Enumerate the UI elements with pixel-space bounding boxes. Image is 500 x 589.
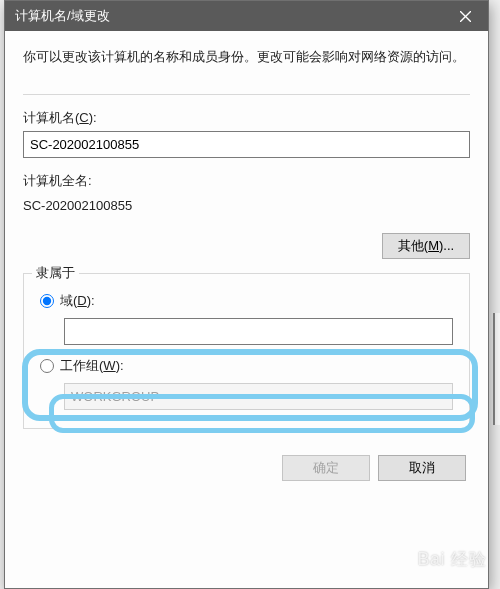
- full-computer-name-value: SC-202002100855: [23, 198, 470, 213]
- domain-radio[interactable]: [40, 294, 54, 308]
- domain-input[interactable]: [64, 318, 453, 345]
- cancel-button[interactable]: 取消: [378, 455, 466, 481]
- domain-label: 域(D):: [60, 292, 95, 310]
- workgroup-radio[interactable]: [40, 359, 54, 373]
- dialog-window: 计算机名/域更改 你可以更改该计算机的名称和成员身份。更改可能会影响对网络资源的…: [4, 0, 489, 589]
- close-button[interactable]: [443, 1, 488, 31]
- computer-name-label: 计算机名(C):: [23, 109, 470, 127]
- background-strip: [493, 313, 500, 425]
- workgroup-label: 工作组(W):: [60, 357, 124, 375]
- description-text: 你可以更改该计算机的名称和成员身份。更改可能会影响对网络资源的访问。: [23, 47, 470, 68]
- full-computer-name-label: 计算机全名:: [23, 172, 470, 190]
- other-button[interactable]: 其他(M)...: [382, 233, 470, 259]
- titlebar: 计算机名/域更改: [5, 1, 488, 31]
- dialog-content: 你可以更改该计算机的名称和成员身份。更改可能会影响对网络资源的访问。 计算机名(…: [5, 31, 488, 481]
- member-of-legend: 隶属于: [32, 264, 79, 282]
- window-title: 计算机名/域更改: [15, 7, 110, 25]
- ok-button: 确定: [282, 455, 370, 481]
- divider: [23, 94, 470, 95]
- close-icon: [460, 11, 471, 22]
- member-of-groupbox: 隶属于 域(D): 工作组(W):: [23, 273, 470, 429]
- workgroup-input: [64, 383, 453, 410]
- computer-name-input[interactable]: [23, 131, 470, 158]
